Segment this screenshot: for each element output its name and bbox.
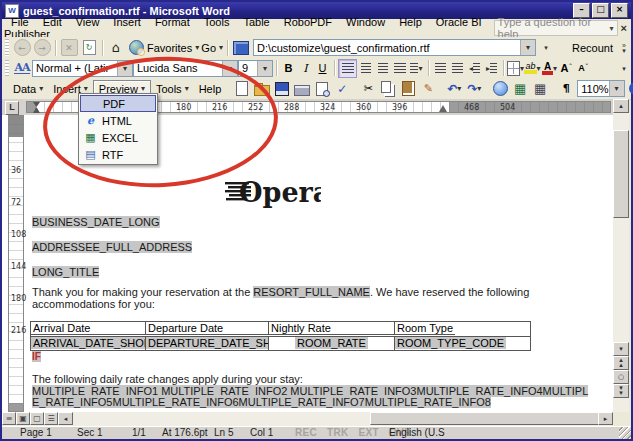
previous-page-icon[interactable]: ▴▴ [613, 356, 629, 370]
refresh-icon[interactable]: ↻ [83, 40, 96, 55]
vertical-scrollbar[interactable]: ▴ ▾ ▴▴ ○ ▾▾ [613, 99, 629, 412]
insert-excel-icon[interactable]: ▦ [514, 81, 526, 96]
favorites-button[interactable]: Favorites ▾ [146, 39, 200, 57]
outline-view-icon[interactable]: ☰ [44, 412, 58, 425]
help-icon[interactable]: ? [629, 82, 633, 95]
horizontal-scrollbar[interactable]: ≡ ▣ ▢ ☰ ◂ ▸ [2, 412, 613, 427]
search-web-icon[interactable] [129, 40, 144, 55]
styles-and-formatting-icon[interactable]: AA [14, 62, 29, 74]
menu-item[interactable]: Tools [197, 14, 237, 30]
font-color-button[interactable]: A▾ [541, 60, 558, 77]
bip-menu-button[interactable]: Data ▾ [8, 81, 48, 97]
show-hide-pilcrow-icon[interactable]: ¶ [563, 82, 570, 95]
status-mode-toggle[interactable]: TRK [327, 427, 348, 438]
back-icon[interactable]: ← [14, 39, 31, 56]
menu-item[interactable]: RoboPDF [277, 14, 339, 30]
bullets-button[interactable] [449, 60, 466, 77]
cut-icon[interactable]: ✂ [364, 82, 373, 95]
menu-item[interactable]: Help [392, 14, 429, 30]
recount-button[interactable]: Recount [571, 39, 614, 57]
increase-indent-button[interactable]: ▸ [483, 60, 500, 77]
align-left-button[interactable] [338, 59, 357, 78]
menu-item[interactable]: Table [236, 14, 276, 30]
vertical-ruler[interactable]: 3672108144180216 [8, 115, 24, 412]
taskpane-close-icon[interactable]: × [621, 22, 627, 34]
scroll-up-icon[interactable]: ▴ [613, 99, 629, 113]
scroll-right-icon[interactable]: ▸ [598, 412, 613, 425]
highlight-button[interactable]: ab▾ [524, 60, 541, 77]
underline-button[interactable]: U [314, 60, 331, 77]
chevron-down-icon[interactable]: ▾ [610, 24, 614, 33]
right-indent-marker[interactable] [439, 105, 447, 112]
border-button[interactable]: ▾ [507, 60, 524, 77]
forward-icon[interactable]: → [34, 39, 51, 56]
print-preview-icon[interactable] [316, 82, 328, 96]
format-painter-icon[interactable]: ✎ [424, 82, 433, 95]
redo-button[interactable]: ↷▾ [464, 80, 484, 98]
align-right-button[interactable] [374, 60, 391, 77]
toolbar-grip[interactable] [5, 60, 9, 76]
zoom-combo[interactable]: 110% ▾ [577, 80, 624, 97]
address-dropdown-button[interactable]: ▾ [520, 40, 535, 55]
save-icon[interactable] [275, 82, 289, 96]
new-document-icon[interactable] [236, 81, 248, 96]
scroll-down-icon[interactable]: ▾ [613, 342, 629, 356]
field-rates-line2[interactable]: E_RATE_INFO5MULTIPLE_RATE_INFO6MULTIPLE_… [32, 396, 491, 408]
preview-menu-item[interactable]: e HTML [80, 112, 156, 129]
font-combo[interactable]: Lucida Sans ▾ [133, 60, 238, 77]
align-center-button[interactable] [357, 60, 374, 77]
help-question-box[interactable]: Type a question for help ▾ [494, 20, 618, 36]
table-value-cell[interactable]: ARRIVAL_DATE_SHORT [31, 337, 146, 350]
menu-item[interactable]: Insert [106, 14, 148, 30]
preview-menu-item[interactable]: ▦ EXCEL [80, 129, 156, 146]
table-value-cell[interactable]: DEPARTURE_DATE_SHORT [146, 337, 269, 350]
print-icon[interactable] [294, 85, 310, 96]
scroll-left-icon[interactable]: ◂ [58, 412, 73, 425]
field-business-date[interactable]: BUSINESS_DATE_LONG [32, 216, 160, 228]
field-addressee[interactable]: ADDRESSEE_FULL_ADDRESS [32, 241, 192, 253]
stop-icon[interactable]: ✕ [61, 39, 78, 56]
status-mode-toggle[interactable]: EXT [358, 427, 378, 438]
line-spacing-button[interactable]: ▾ [408, 60, 425, 77]
field-resort-name[interactable]: RESORT_FULL_NAME [253, 286, 370, 298]
shrink-font-button[interactable]: Aˇ [575, 60, 592, 77]
decrease-indent-button[interactable]: ◂ [466, 60, 483, 77]
menu-item[interactable]: Format [148, 14, 197, 30]
go-button[interactable]: Go ▾ [200, 39, 224, 57]
print-layout-view-icon[interactable]: ▢ [30, 412, 44, 425]
vertical-scroll-thumb[interactable] [613, 130, 629, 218]
spelling-icon[interactable]: ✓ [337, 82, 347, 96]
numbering-button[interactable] [432, 60, 449, 77]
home-icon[interactable]: ⌂ [112, 40, 120, 55]
undo-button[interactable]: ↶▾ [444, 80, 464, 98]
toolbar-options-icon[interactable]: »▾ [618, 40, 630, 56]
table-value-cell[interactable]: ROOM_TYPE_CODE [395, 337, 506, 350]
toolbar-options-icon[interactable]: ▾ [540, 40, 552, 56]
toolbar-grip[interactable] [5, 39, 9, 56]
style-combo[interactable]: Normal + (Latir ▾ [32, 60, 133, 77]
normal-view-icon[interactable]: ≡ [2, 412, 16, 425]
preview-menu-item[interactable]: ▤ RTF [80, 146, 156, 163]
next-page-icon[interactable]: ▾▾ [613, 384, 629, 398]
bold-button[interactable]: B [280, 60, 297, 77]
select-browse-object-icon[interactable]: ○ [613, 370, 629, 384]
preview-menu-item[interactable]: PDF [80, 95, 156, 112]
horizontal-scroll-thumb[interactable] [370, 412, 602, 425]
field-if[interactable]: IF [32, 350, 41, 363]
address-combo[interactable]: D:\customize\guest_confirmation.rtf ▾ [253, 39, 536, 56]
toolbar-options-icon[interactable]: ▾ [618, 60, 630, 76]
copy-icon[interactable] [381, 81, 391, 93]
tab-selector[interactable]: L [5, 101, 19, 115]
paste-icon[interactable] [402, 81, 415, 96]
field-long-title[interactable]: LONG_TITLE [32, 266, 99, 278]
menu-item[interactable]: Window [339, 14, 392, 30]
close-button[interactable]: × [611, 3, 628, 18]
justify-button[interactable] [391, 60, 408, 77]
table-value-cell[interactable]: ROOM_RATE [269, 337, 395, 350]
italic-button[interactable]: I [297, 60, 314, 77]
font-size-combo[interactable]: 9 ▾ [238, 60, 273, 77]
resize-grip[interactable] [619, 427, 631, 439]
open-icon[interactable] [254, 85, 270, 96]
insert-table-icon[interactable]: ▦ [534, 81, 546, 96]
web-layout-view-icon[interactable]: ▣ [16, 412, 30, 425]
